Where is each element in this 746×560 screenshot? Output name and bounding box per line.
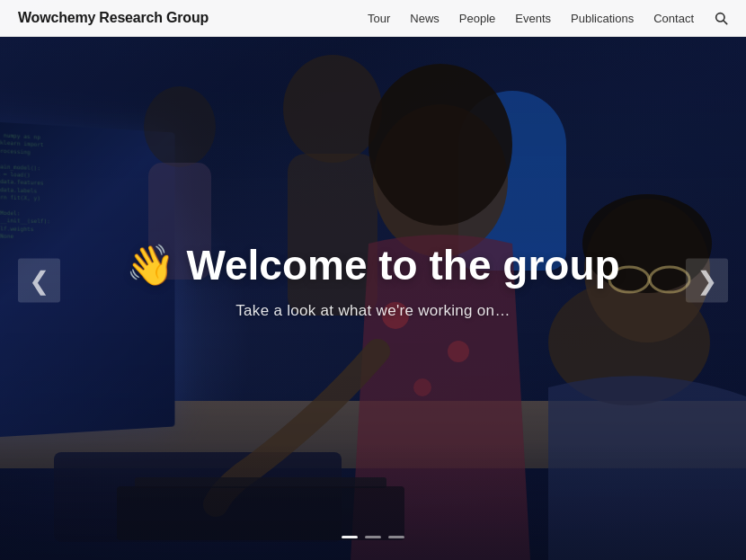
nav-item-contact[interactable]: Contact	[653, 10, 694, 26]
next-slide-button[interactable]: ❯	[686, 258, 728, 302]
nav-links: Tour News People Events Publications Con…	[368, 10, 728, 26]
hero-title: 👋 Welcome to the group	[103, 241, 643, 289]
hero-section: import numpy as np from sklearn import p…	[0, 0, 746, 560]
nav-item-publications[interactable]: Publications	[571, 10, 634, 26]
hero-content: 👋 Welcome to the group Take a look at wh…	[103, 241, 643, 320]
svg-line-19	[724, 21, 727, 24]
slide-dot-1[interactable]	[342, 536, 358, 538]
nav-link-events[interactable]: Events	[515, 12, 551, 25]
nav-item-events[interactable]: Events	[515, 10, 551, 26]
search-icon-wrap[interactable]	[714, 11, 728, 25]
nav-link-contact[interactable]: Contact	[653, 12, 694, 25]
nav-item-news[interactable]: News	[410, 10, 440, 26]
nav-link-news[interactable]: News	[410, 12, 440, 25]
navbar: Wowchemy Research Group Tour News People…	[0, 0, 746, 37]
nav-link-people[interactable]: People	[459, 12, 495, 25]
nav-link-tour[interactable]: Tour	[368, 12, 390, 25]
nav-item-tour[interactable]: Tour	[368, 10, 390, 26]
site-brand[interactable]: Wowchemy Research Group	[18, 10, 209, 26]
previous-slide-button[interactable]: ❮	[18, 258, 60, 302]
slide-dot-3[interactable]	[388, 536, 404, 538]
hero-title-text: Welcome to the group	[186, 241, 619, 289]
nav-item-people[interactable]: People	[459, 10, 495, 26]
hero-subtitle: Take a look at what we're working on…	[103, 302, 643, 320]
nav-link-publications[interactable]: Publications	[571, 12, 634, 25]
slide-dot-2[interactable]	[365, 536, 381, 538]
slide-indicators	[342, 536, 404, 538]
search-icon	[714, 11, 728, 25]
wave-emoji: 👋	[126, 242, 175, 289]
